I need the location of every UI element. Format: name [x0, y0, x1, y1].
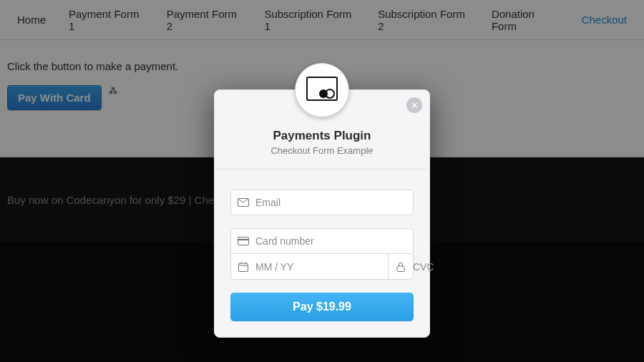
lock-icon [389, 262, 413, 272]
cvc-input[interactable] [413, 254, 545, 279]
svg-rect-6 [239, 263, 248, 272]
calendar-icon [231, 262, 255, 272]
modal-subtitle: Checkout Form Example [226, 145, 418, 156]
modal-title: Payments Plugin [226, 129, 418, 143]
email-icon [231, 198, 255, 207]
svg-rect-10 [397, 266, 404, 272]
svg-rect-4 [238, 238, 249, 245]
svg-rect-5 [238, 239, 249, 240]
checkout-modal: ✕ Payments Plugin Checkout Form Example [214, 89, 430, 338]
email-input[interactable] [255, 190, 413, 215]
card-icon [231, 237, 255, 245]
submit-pay-button[interactable]: Pay $19.99 [230, 293, 414, 321]
card-number-input[interactable] [255, 229, 413, 253]
expiry-input[interactable] [255, 254, 388, 279]
